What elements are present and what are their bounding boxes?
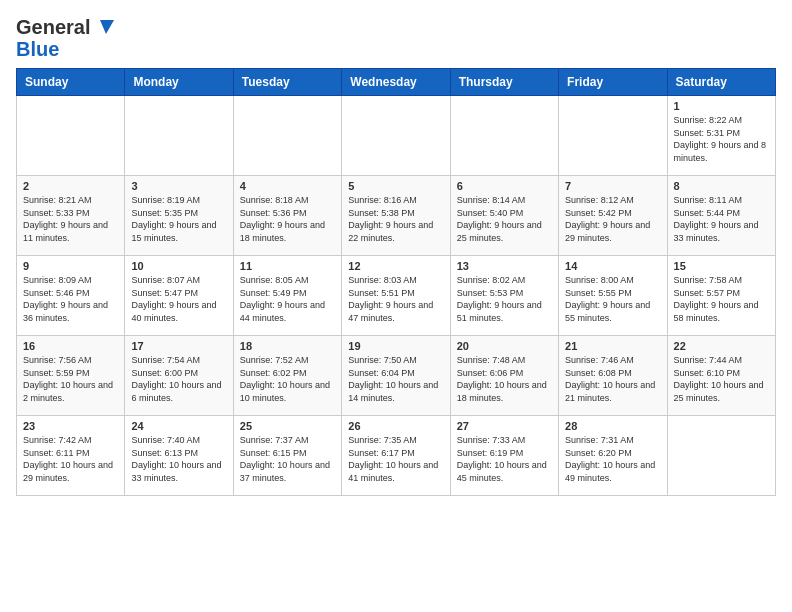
weekday-header-friday: Friday [559, 69, 667, 96]
day-info: Sunrise: 7:35 AM Sunset: 6:17 PM Dayligh… [348, 434, 443, 484]
day-info: Sunrise: 8:00 AM Sunset: 5:55 PM Dayligh… [565, 274, 660, 324]
day-cell [450, 96, 558, 176]
day-cell: 11Sunrise: 8:05 AM Sunset: 5:49 PM Dayli… [233, 256, 341, 336]
day-cell: 3Sunrise: 8:19 AM Sunset: 5:35 PM Daylig… [125, 176, 233, 256]
day-number: 2 [23, 180, 118, 192]
day-cell: 4Sunrise: 8:18 AM Sunset: 5:36 PM Daylig… [233, 176, 341, 256]
day-info: Sunrise: 8:09 AM Sunset: 5:46 PM Dayligh… [23, 274, 118, 324]
day-cell: 5Sunrise: 8:16 AM Sunset: 5:38 PM Daylig… [342, 176, 450, 256]
day-info: Sunrise: 8:21 AM Sunset: 5:33 PM Dayligh… [23, 194, 118, 244]
day-info: Sunrise: 7:56 AM Sunset: 5:59 PM Dayligh… [23, 354, 118, 404]
svg-marker-0 [100, 20, 114, 34]
day-number: 11 [240, 260, 335, 272]
day-info: Sunrise: 7:52 AM Sunset: 6:02 PM Dayligh… [240, 354, 335, 404]
day-number: 4 [240, 180, 335, 192]
day-info: Sunrise: 8:16 AM Sunset: 5:38 PM Dayligh… [348, 194, 443, 244]
logo-general: General [16, 16, 90, 38]
day-cell: 12Sunrise: 8:03 AM Sunset: 5:51 PM Dayli… [342, 256, 450, 336]
day-info: Sunrise: 8:19 AM Sunset: 5:35 PM Dayligh… [131, 194, 226, 244]
day-number: 28 [565, 420, 660, 432]
day-info: Sunrise: 8:14 AM Sunset: 5:40 PM Dayligh… [457, 194, 552, 244]
day-cell [667, 416, 775, 496]
day-cell: 19Sunrise: 7:50 AM Sunset: 6:04 PM Dayli… [342, 336, 450, 416]
week-row-3: 9Sunrise: 8:09 AM Sunset: 5:46 PM Daylig… [17, 256, 776, 336]
day-number: 8 [674, 180, 769, 192]
logo-text-block: General Blue [16, 16, 114, 60]
day-cell [233, 96, 341, 176]
day-cell: 22Sunrise: 7:44 AM Sunset: 6:10 PM Dayli… [667, 336, 775, 416]
day-info: Sunrise: 8:22 AM Sunset: 5:31 PM Dayligh… [674, 114, 769, 164]
day-cell: 15Sunrise: 7:58 AM Sunset: 5:57 PM Dayli… [667, 256, 775, 336]
day-cell: 27Sunrise: 7:33 AM Sunset: 6:19 PM Dayli… [450, 416, 558, 496]
weekday-header-thursday: Thursday [450, 69, 558, 96]
weekday-header-row: SundayMondayTuesdayWednesdayThursdayFrid… [17, 69, 776, 96]
day-cell [125, 96, 233, 176]
day-number: 13 [457, 260, 552, 272]
day-number: 20 [457, 340, 552, 352]
week-row-5: 23Sunrise: 7:42 AM Sunset: 6:11 PM Dayli… [17, 416, 776, 496]
day-number: 21 [565, 340, 660, 352]
day-number: 23 [23, 420, 118, 432]
day-number: 10 [131, 260, 226, 272]
day-info: Sunrise: 7:58 AM Sunset: 5:57 PM Dayligh… [674, 274, 769, 324]
week-row-2: 2Sunrise: 8:21 AM Sunset: 5:33 PM Daylig… [17, 176, 776, 256]
day-cell: 20Sunrise: 7:48 AM Sunset: 6:06 PM Dayli… [450, 336, 558, 416]
day-cell: 26Sunrise: 7:35 AM Sunset: 6:17 PM Dayli… [342, 416, 450, 496]
day-number: 3 [131, 180, 226, 192]
day-cell: 17Sunrise: 7:54 AM Sunset: 6:00 PM Dayli… [125, 336, 233, 416]
day-info: Sunrise: 8:12 AM Sunset: 5:42 PM Dayligh… [565, 194, 660, 244]
day-cell: 18Sunrise: 7:52 AM Sunset: 6:02 PM Dayli… [233, 336, 341, 416]
day-number: 19 [348, 340, 443, 352]
day-info: Sunrise: 7:54 AM Sunset: 6:00 PM Dayligh… [131, 354, 226, 404]
day-info: Sunrise: 7:42 AM Sunset: 6:11 PM Dayligh… [23, 434, 118, 484]
day-cell: 14Sunrise: 8:00 AM Sunset: 5:55 PM Dayli… [559, 256, 667, 336]
day-number: 14 [565, 260, 660, 272]
day-info: Sunrise: 7:31 AM Sunset: 6:20 PM Dayligh… [565, 434, 660, 484]
day-number: 6 [457, 180, 552, 192]
day-info: Sunrise: 8:18 AM Sunset: 5:36 PM Dayligh… [240, 194, 335, 244]
day-cell: 16Sunrise: 7:56 AM Sunset: 5:59 PM Dayli… [17, 336, 125, 416]
day-number: 12 [348, 260, 443, 272]
day-info: Sunrise: 7:37 AM Sunset: 6:15 PM Dayligh… [240, 434, 335, 484]
day-number: 15 [674, 260, 769, 272]
weekday-header-wednesday: Wednesday [342, 69, 450, 96]
day-cell: 2Sunrise: 8:21 AM Sunset: 5:33 PM Daylig… [17, 176, 125, 256]
week-row-4: 16Sunrise: 7:56 AM Sunset: 5:59 PM Dayli… [17, 336, 776, 416]
day-cell [17, 96, 125, 176]
day-number: 24 [131, 420, 226, 432]
week-row-1: 1Sunrise: 8:22 AM Sunset: 5:31 PM Daylig… [17, 96, 776, 176]
logo: General Blue [16, 16, 114, 60]
day-cell: 6Sunrise: 8:14 AM Sunset: 5:40 PM Daylig… [450, 176, 558, 256]
day-cell: 21Sunrise: 7:46 AM Sunset: 6:08 PM Dayli… [559, 336, 667, 416]
day-number: 5 [348, 180, 443, 192]
day-cell [559, 96, 667, 176]
day-info: Sunrise: 7:40 AM Sunset: 6:13 PM Dayligh… [131, 434, 226, 484]
calendar: SundayMondayTuesdayWednesdayThursdayFrid… [16, 68, 776, 496]
day-number: 27 [457, 420, 552, 432]
day-info: Sunrise: 8:02 AM Sunset: 5:53 PM Dayligh… [457, 274, 552, 324]
day-number: 26 [348, 420, 443, 432]
day-info: Sunrise: 7:50 AM Sunset: 6:04 PM Dayligh… [348, 354, 443, 404]
day-info: Sunrise: 7:44 AM Sunset: 6:10 PM Dayligh… [674, 354, 769, 404]
day-cell: 1Sunrise: 8:22 AM Sunset: 5:31 PM Daylig… [667, 96, 775, 176]
day-cell: 10Sunrise: 8:07 AM Sunset: 5:47 PM Dayli… [125, 256, 233, 336]
day-cell: 25Sunrise: 7:37 AM Sunset: 6:15 PM Dayli… [233, 416, 341, 496]
day-info: Sunrise: 8:07 AM Sunset: 5:47 PM Dayligh… [131, 274, 226, 324]
day-cell: 24Sunrise: 7:40 AM Sunset: 6:13 PM Dayli… [125, 416, 233, 496]
day-info: Sunrise: 8:05 AM Sunset: 5:49 PM Dayligh… [240, 274, 335, 324]
day-info: Sunrise: 7:33 AM Sunset: 6:19 PM Dayligh… [457, 434, 552, 484]
day-info: Sunrise: 7:46 AM Sunset: 6:08 PM Dayligh… [565, 354, 660, 404]
day-number: 17 [131, 340, 226, 352]
logo-blue: Blue [16, 38, 59, 60]
day-number: 7 [565, 180, 660, 192]
weekday-header-sunday: Sunday [17, 69, 125, 96]
weekday-header-saturday: Saturday [667, 69, 775, 96]
day-cell: 28Sunrise: 7:31 AM Sunset: 6:20 PM Dayli… [559, 416, 667, 496]
day-cell: 13Sunrise: 8:02 AM Sunset: 5:53 PM Dayli… [450, 256, 558, 336]
logo-wing-icon [92, 18, 114, 36]
weekday-header-monday: Monday [125, 69, 233, 96]
day-number: 9 [23, 260, 118, 272]
day-number: 1 [674, 100, 769, 112]
day-number: 16 [23, 340, 118, 352]
day-cell: 23Sunrise: 7:42 AM Sunset: 6:11 PM Dayli… [17, 416, 125, 496]
